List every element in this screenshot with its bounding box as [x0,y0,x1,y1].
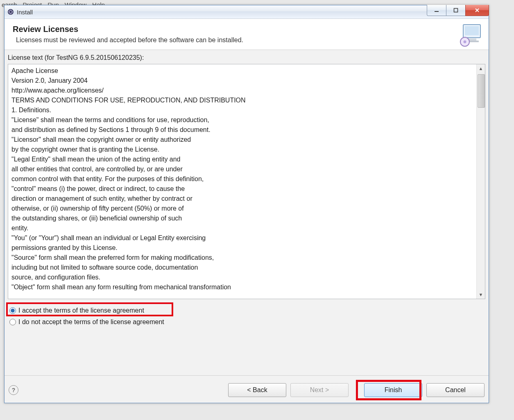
svg-point-12 [464,41,466,43]
window-controls [427,5,489,16]
install-graphic-icon [457,21,485,49]
finish-button[interactable]: Finish [364,383,422,397]
scroll-thumb[interactable] [478,74,485,108]
minimize-button[interactable] [427,5,446,16]
next-button: Next > [290,383,349,397]
radio-accept-label: I accept the terms of the license agreem… [18,307,144,314]
radio-decline-label: I do not accept the terms of the license… [18,318,164,326]
banner-subtitle: Licenses must be reviewed and accepted b… [16,36,480,44]
license-scrollbar[interactable]: ▲ ▼ [476,64,485,299]
license-text-box: Apache License Version 2.0, January 2004… [8,64,485,299]
svg-rect-4 [454,9,458,12]
radio-accept[interactable]: I accept the terms of the license agreem… [9,305,485,316]
license-radio-group: I accept the terms of the license agreem… [5,299,489,329]
radio-accept-input[interactable] [9,307,16,314]
radio-decline-input[interactable] [9,319,16,325]
help-icon[interactable]: ? [9,385,18,395]
install-dialog: Install Review Licenses Licenses must be… [4,5,489,403]
maximize-button[interactable] [446,5,466,16]
wizard-content: License text (for TestNG 6.9.5.201506120… [5,50,489,375]
wizard-footer: ? < Back Next > Finish Cancel [5,375,489,403]
title-bar: Install [5,5,489,19]
cancel-button[interactable]: Cancel [426,383,485,397]
radio-decline[interactable]: I do not accept the terms of the license… [9,316,485,328]
license-header-label: License text (for TestNG 6.9.5.201506120… [5,50,489,64]
window-title: Install [17,9,33,16]
banner-title: Review Licenses [13,25,480,34]
wizard-banner: Review Licenses Licenses must be reviewe… [5,19,489,50]
close-button[interactable] [465,5,489,16]
svg-rect-8 [465,26,479,35]
svg-rect-3 [435,11,439,12]
eclipse-icon [7,8,14,16]
scroll-up-icon[interactable]: ▲ [477,64,485,73]
back-button[interactable]: < Back [228,383,286,397]
scroll-down-icon[interactable]: ▼ [477,291,485,299]
license-text[interactable]: Apache License Version 2.0, January 2004… [8,64,476,299]
